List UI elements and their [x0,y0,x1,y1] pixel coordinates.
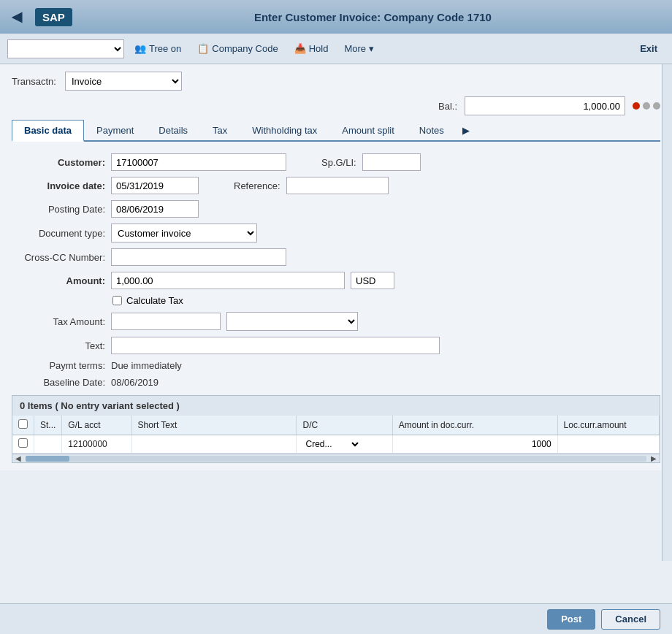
reference-label: Reference: [234,180,280,191]
sp-gl-input[interactable] [362,153,421,171]
balance-input[interactable] [465,96,625,115]
select-all-checkbox[interactable] [18,419,28,429]
items-table: St... G/L acct Short Text D/C Amount in … [12,416,660,454]
reference-input[interactable] [286,177,389,194]
transactn-select[interactable]: Invoice [65,72,182,91]
posting-date-row: Posting Date: [18,200,654,218]
horizontal-scrollbar[interactable]: ◀ ▶ [12,454,660,462]
back-button[interactable]: ◀ [7,7,26,26]
gray-dot-1 [643,102,650,110]
balance-status-dots [633,102,660,110]
more-button[interactable]: More ▾ [338,41,380,56]
amount-label: Amount: [18,275,105,286]
paymt-terms-label: Paymt terms: [18,360,105,371]
scroll-track[interactable] [26,456,646,462]
tab-payment[interactable]: Payment [84,120,146,140]
paymt-terms-value: Due immediately [111,360,182,371]
cross-cc-label: Cross-CC Number: [18,252,105,263]
sap-logo: SAP [35,8,72,26]
col-dc: D/C [297,416,392,435]
row-short-text-input[interactable] [138,439,291,449]
col-loc-amount: Loc.curr.amount [557,416,659,435]
hold-button[interactable]: 📥 Hold [289,41,335,56]
more-label: More [344,43,366,54]
transactn-row: Transactn: Invoice [12,72,660,91]
invoice-date-label: Invoice date: [18,180,105,191]
cancel-button[interactable]: Cancel [601,609,660,630]
row-amount-input[interactable] [399,439,551,449]
row-amount[interactable] [392,435,557,454]
balance-row: Bal.: [12,96,660,115]
posting-date-label: Posting Date: [18,204,105,215]
row-short-text[interactable] [131,435,297,454]
tab-tax[interactable]: Tax [200,120,240,140]
tab-details[interactable]: Details [146,120,200,140]
scroll-thumb[interactable] [26,456,69,462]
toolbar-dropdown[interactable] [7,39,124,58]
invoice-date-input[interactable] [111,177,199,194]
baseline-date-row: Baseline Date: 08/06/2019 [18,377,654,388]
col-gl-acct: G/L acct [62,416,131,435]
doc-type-row: Document type: Customer invoice [18,224,654,242]
paymt-terms-row: Paymt terms: Due immediately [18,360,654,371]
tab-notes[interactable]: Notes [407,120,457,140]
balance-label: Bal.: [438,101,457,112]
vertical-scrollbar[interactable] [662,64,672,561]
scroll-left-button[interactable]: ◀ [12,454,24,463]
scroll-right-button[interactable]: ▶ [648,454,660,463]
customer-input[interactable] [111,153,286,171]
row-status [34,435,62,454]
gray-dot-2 [653,102,660,110]
currency-input[interactable] [351,272,394,289]
posting-date-input[interactable] [111,200,199,218]
text-label: Text: [18,340,105,351]
transactn-label: Transactn: [12,76,56,87]
col-short-text: Short Text [131,416,297,435]
company-code-icon: 📋 [197,43,209,54]
tax-amount-input[interactable] [111,313,221,330]
tree-on-button[interactable]: 👥 Tree on [129,41,187,56]
tax-amount-row: Tax Amount: [18,312,654,331]
baseline-date-label: Baseline Date: [18,377,105,388]
row-dc[interactable]: Cred... [297,435,392,454]
row-loc-amount [557,435,659,454]
tab-withholding-tax[interactable]: Withholding tax [240,120,329,140]
company-code-button[interactable]: 📋 Company Code [191,41,283,56]
basic-data-form: Customer: Sp.G/LI: Invoice date: Referen… [12,153,660,388]
toolbar: 👥 Tree on 📋 Company Code 📥 Hold More ▾ E… [0,34,672,64]
company-code-label: Company Code [212,43,278,54]
text-input[interactable] [111,337,440,354]
sp-gl-label: Sp.G/LI: [321,157,356,168]
sp-gl-fields: Sp.G/LI: [321,153,421,171]
col-status: St... [34,416,62,435]
tree-on-label: Tree on [149,43,181,54]
title-bar: ◀ SAP Enter Customer Invoice: Company Co… [0,0,672,34]
tax-select[interactable] [226,312,358,331]
row-checkbox-cell [12,435,34,454]
cross-cc-input[interactable] [111,248,286,266]
footer: Post Cancel [0,603,672,634]
tab-amount-split[interactable]: Amount split [329,120,407,140]
tabs-more-button[interactable]: ▶ [457,121,476,140]
doc-type-select[interactable]: Customer invoice [111,224,257,242]
main-content: Transactn: Invoice Bal.: Basic data Paym… [0,64,672,470]
text-row: Text: [18,337,654,354]
row-dc-select[interactable]: Cred... [302,438,361,450]
items-header: 0 Items ( No entry variant selected ) [12,396,660,416]
calc-tax-row: Calculate Tax [112,295,654,306]
exit-button[interactable]: Exit [633,41,665,56]
col-amount: Amount in doc.curr. [392,416,557,435]
calculate-tax-checkbox[interactable] [112,296,122,305]
chevron-down-icon: ▾ [369,43,374,54]
doc-type-label: Document type: [18,228,105,239]
table-row: 12100000 Cred... [12,435,660,454]
row-checkbox[interactable] [18,438,28,448]
tree-icon: 👥 [134,43,146,54]
reference-fields: Reference: [234,177,389,194]
row-gl-acct: 12100000 [62,435,131,454]
post-button[interactable]: Post [547,609,595,630]
baseline-date-value: 08/06/2019 [111,377,159,388]
amount-input[interactable] [111,272,345,289]
tab-basic-data[interactable]: Basic data [12,120,84,142]
calculate-tax-label: Calculate Tax [126,295,183,306]
